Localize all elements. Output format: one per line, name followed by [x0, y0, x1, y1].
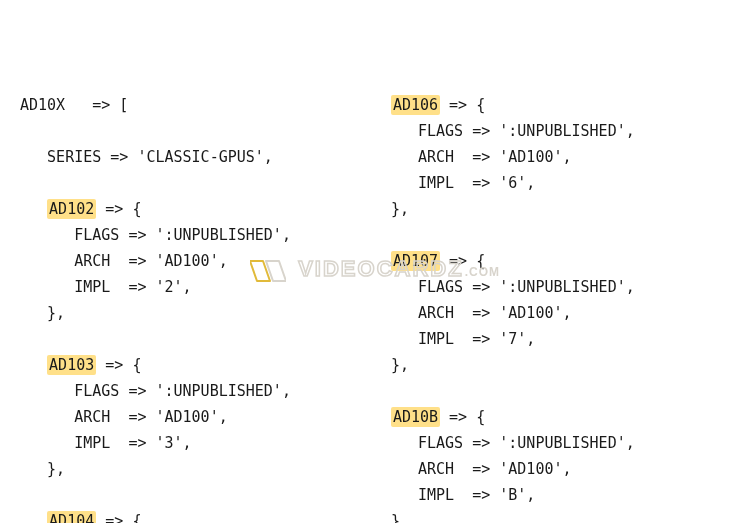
- arch-key: ARCH: [74, 408, 110, 426]
- arrow: =>: [472, 148, 490, 166]
- gpu-key-ad102: AD102: [47, 199, 96, 219]
- flags-key: FLAGS: [418, 122, 463, 140]
- impl-value: '3',: [155, 434, 191, 452]
- flags-key: FLAGS: [418, 434, 463, 452]
- flags-value: ':UNPUBLISHED',: [499, 278, 634, 296]
- arch-value: 'AD100',: [155, 408, 227, 426]
- arrow: =>: [472, 122, 490, 140]
- arch-key: ARCH: [418, 304, 454, 322]
- arrow: =>: [472, 330, 490, 348]
- brace-open: {: [132, 200, 141, 218]
- arrow: =>: [472, 486, 490, 504]
- arrow: =>: [449, 252, 467, 270]
- series-key: SERIES: [47, 148, 101, 166]
- flags-value: ':UNPUBLISHED',: [155, 382, 290, 400]
- arrow: =>: [105, 356, 123, 374]
- impl-value: '7',: [499, 330, 535, 348]
- arrow: =>: [449, 96, 467, 114]
- arrow: =>: [128, 252, 146, 270]
- impl-key: IMPL: [74, 434, 110, 452]
- brace-close: },: [391, 356, 409, 374]
- impl-value: '2',: [155, 278, 191, 296]
- brace-open: {: [132, 356, 141, 374]
- flags-key: FLAGS: [418, 278, 463, 296]
- gpu-key-ad107: AD107: [391, 251, 440, 271]
- gpu-key-ad104: AD104: [47, 511, 96, 523]
- arch-value: 'AD100',: [155, 252, 227, 270]
- brace-close: },: [391, 512, 409, 523]
- arch-value: 'AD100',: [499, 460, 571, 478]
- impl-key: IMPL: [418, 330, 454, 348]
- arrow: =>: [472, 304, 490, 322]
- arrow: =>: [128, 226, 146, 244]
- arrow: =>: [128, 382, 146, 400]
- arrow: =>: [92, 96, 110, 114]
- impl-key: IMPL: [418, 486, 454, 504]
- flags-value: ':UNPUBLISHED',: [499, 434, 634, 452]
- arch-key: ARCH: [418, 148, 454, 166]
- arrow: =>: [472, 278, 490, 296]
- arch-key: ARCH: [74, 252, 110, 270]
- gpu-key-ad103: AD103: [47, 355, 96, 375]
- impl-key: IMPL: [74, 278, 110, 296]
- arrow: =>: [472, 174, 490, 192]
- arrow: =>: [110, 148, 128, 166]
- arrow: =>: [472, 434, 490, 452]
- brace-close: },: [47, 460, 65, 478]
- arrow: =>: [128, 278, 146, 296]
- arch-value: 'AD100',: [499, 148, 571, 166]
- flags-value: ':UNPUBLISHED',: [155, 226, 290, 244]
- brace-open: {: [476, 408, 485, 426]
- arch-value: 'AD100',: [499, 304, 571, 322]
- impl-value: 'B',: [499, 486, 535, 504]
- brace-open: {: [476, 96, 485, 114]
- code-column-right: AD106 => { FLAGS => ':UNPUBLISHED', ARCH…: [391, 92, 746, 523]
- brace-open: {: [476, 252, 485, 270]
- root-key: AD10X: [20, 96, 65, 114]
- brace-close: },: [47, 304, 65, 322]
- arrow: =>: [449, 408, 467, 426]
- gpu-key-ad10b: AD10B: [391, 407, 440, 427]
- flags-key: FLAGS: [74, 226, 119, 244]
- arrow: =>: [105, 200, 123, 218]
- flags-value: ':UNPUBLISHED',: [499, 122, 634, 140]
- series-value: 'CLASSIC-GPUS',: [137, 148, 272, 166]
- arch-key: ARCH: [418, 460, 454, 478]
- code-column-left: AD10X => [ SERIES => 'CLASSIC-GPUS', AD1…: [20, 92, 391, 523]
- impl-value: '6',: [499, 174, 535, 192]
- arrow: =>: [128, 434, 146, 452]
- impl-key: IMPL: [418, 174, 454, 192]
- arrow: =>: [105, 512, 123, 523]
- gpu-key-ad106: AD106: [391, 95, 440, 115]
- code-screenshot: AD10X => [ SERIES => 'CLASSIC-GPUS', AD1…: [0, 0, 750, 523]
- code-columns: AD10X => [ SERIES => 'CLASSIC-GPUS', AD1…: [20, 92, 746, 523]
- brace-open: {: [132, 512, 141, 523]
- flags-key: FLAGS: [74, 382, 119, 400]
- arrow: =>: [128, 408, 146, 426]
- arrow: =>: [472, 460, 490, 478]
- brace-close: },: [391, 200, 409, 218]
- bracket-open: [: [119, 96, 128, 114]
